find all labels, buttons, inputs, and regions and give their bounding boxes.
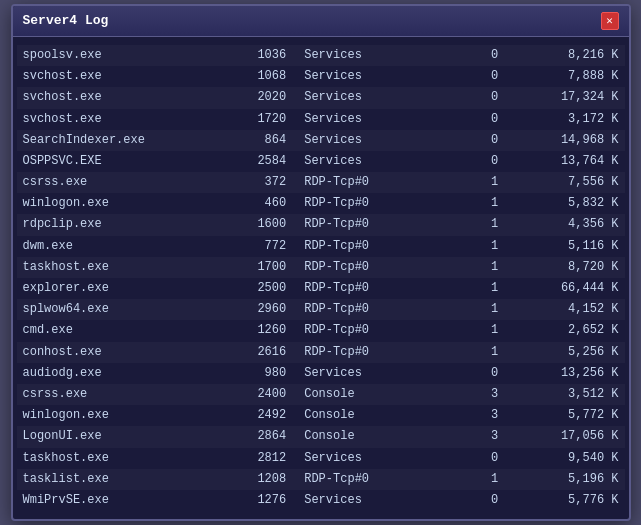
proc-num: 3 [448, 426, 505, 447]
proc-num: 3 [448, 384, 505, 405]
proc-session: RDP-Tcp#0 [292, 469, 448, 490]
proc-mem: 66,444 K [504, 278, 624, 299]
table-row: csrss.exe 2400 Console 3 3,512 K [17, 384, 625, 405]
proc-name: cmd.exe [17, 320, 215, 341]
proc-session: RDP-Tcp#0 [292, 278, 448, 299]
proc-session: Services [292, 151, 448, 172]
proc-num: 1 [448, 299, 505, 320]
proc-pid: 1700 [214, 257, 292, 278]
proc-pid: 2020 [214, 87, 292, 108]
proc-num: 0 [448, 151, 505, 172]
proc-name: taskhost.exe [17, 448, 215, 469]
proc-session: Console [292, 405, 448, 426]
proc-name: explorer.exe [17, 278, 215, 299]
proc-num: 3 [448, 405, 505, 426]
proc-pid: 372 [214, 172, 292, 193]
proc-name: taskhost.exe [17, 257, 215, 278]
proc-mem: 8,216 K [504, 45, 624, 66]
server-log-window: Server4 Log ✕ spoolsv.exe 1036 Services … [11, 4, 631, 521]
proc-session: RDP-Tcp#0 [292, 214, 448, 235]
proc-num: 0 [448, 448, 505, 469]
proc-session: Services [292, 448, 448, 469]
proc-pid: 1260 [214, 320, 292, 341]
proc-mem: 4,356 K [504, 214, 624, 235]
proc-mem: 9,540 K [504, 448, 624, 469]
table-row: taskhost.exe 1700 RDP-Tcp#0 1 8,720 K [17, 257, 625, 278]
proc-mem: 7,556 K [504, 172, 624, 193]
proc-session: RDP-Tcp#0 [292, 257, 448, 278]
table-row: csrss.exe 372 RDP-Tcp#0 1 7,556 K [17, 172, 625, 193]
proc-mem: 7,888 K [504, 66, 624, 87]
proc-name: SearchIndexer.exe [17, 130, 215, 151]
proc-mem: 8,720 K [504, 257, 624, 278]
proc-session: Services [292, 87, 448, 108]
proc-num: 0 [448, 87, 505, 108]
table-row: svchost.exe 2020 Services 0 17,324 K [17, 87, 625, 108]
proc-session: Console [292, 426, 448, 447]
proc-name: LogonUI.exe [17, 426, 215, 447]
table-row: splwow64.exe 2960 RDP-Tcp#0 1 4,152 K [17, 299, 625, 320]
proc-mem: 5,772 K [504, 405, 624, 426]
table-row: winlogon.exe 460 RDP-Tcp#0 1 5,832 K [17, 193, 625, 214]
proc-name: splwow64.exe [17, 299, 215, 320]
proc-pid: 1600 [214, 214, 292, 235]
proc-session: Console [292, 384, 448, 405]
proc-name: WmiPrvSE.exe [17, 490, 215, 511]
proc-pid: 1036 [214, 45, 292, 66]
table-row: LogonUI.exe 2864 Console 3 17,056 K [17, 426, 625, 447]
proc-session: Services [292, 490, 448, 511]
proc-session: RDP-Tcp#0 [292, 320, 448, 341]
table-row: rdpclip.exe 1600 RDP-Tcp#0 1 4,356 K [17, 214, 625, 235]
proc-num: 1 [448, 257, 505, 278]
proc-session: RDP-Tcp#0 [292, 193, 448, 214]
proc-name: audiodg.exe [17, 363, 215, 384]
proc-mem: 5,256 K [504, 342, 624, 363]
proc-pid: 980 [214, 363, 292, 384]
proc-num: 0 [448, 109, 505, 130]
proc-name: tasklist.exe [17, 469, 215, 490]
proc-mem: 17,324 K [504, 87, 624, 108]
table-row: SearchIndexer.exe 864 Services 0 14,968 … [17, 130, 625, 151]
proc-session: Services [292, 66, 448, 87]
proc-mem: 13,256 K [504, 363, 624, 384]
proc-session: Services [292, 130, 448, 151]
proc-name: spoolsv.exe [17, 45, 215, 66]
proc-mem: 3,172 K [504, 109, 624, 130]
proc-mem: 2,652 K [504, 320, 624, 341]
proc-pid: 2500 [214, 278, 292, 299]
proc-mem: 17,056 K [504, 426, 624, 447]
proc-pid: 2864 [214, 426, 292, 447]
proc-mem: 5,196 K [504, 469, 624, 490]
table-row: tasklist.exe 1208 RDP-Tcp#0 1 5,196 K [17, 469, 625, 490]
proc-name: rdpclip.exe [17, 214, 215, 235]
proc-pid: 1208 [214, 469, 292, 490]
proc-session: RDP-Tcp#0 [292, 172, 448, 193]
close-button[interactable]: ✕ [601, 12, 619, 30]
table-row: taskhost.exe 2812 Services 0 9,540 K [17, 448, 625, 469]
proc-session: Services [292, 45, 448, 66]
table-row: audiodg.exe 980 Services 0 13,256 K [17, 363, 625, 384]
proc-mem: 5,116 K [504, 236, 624, 257]
window-title: Server4 Log [23, 13, 109, 28]
proc-pid: 1720 [214, 109, 292, 130]
proc-pid: 772 [214, 236, 292, 257]
proc-pid: 2616 [214, 342, 292, 363]
content-area: spoolsv.exe 1036 Services 0 8,216 K svch… [13, 37, 629, 519]
proc-pid: 2812 [214, 448, 292, 469]
proc-pid: 1068 [214, 66, 292, 87]
proc-num: 0 [448, 45, 505, 66]
proc-num: 0 [448, 490, 505, 511]
table-row: cmd.exe 1260 RDP-Tcp#0 1 2,652 K [17, 320, 625, 341]
proc-pid: 864 [214, 130, 292, 151]
proc-name: winlogon.exe [17, 405, 215, 426]
proc-pid: 1276 [214, 490, 292, 511]
proc-name: svchost.exe [17, 109, 215, 130]
proc-num: 1 [448, 469, 505, 490]
proc-num: 0 [448, 130, 505, 151]
proc-name: svchost.exe [17, 87, 215, 108]
proc-pid: 460 [214, 193, 292, 214]
proc-num: 1 [448, 236, 505, 257]
title-bar: Server4 Log ✕ [13, 6, 629, 37]
proc-mem: 4,152 K [504, 299, 624, 320]
table-row: svchost.exe 1720 Services 0 3,172 K [17, 109, 625, 130]
